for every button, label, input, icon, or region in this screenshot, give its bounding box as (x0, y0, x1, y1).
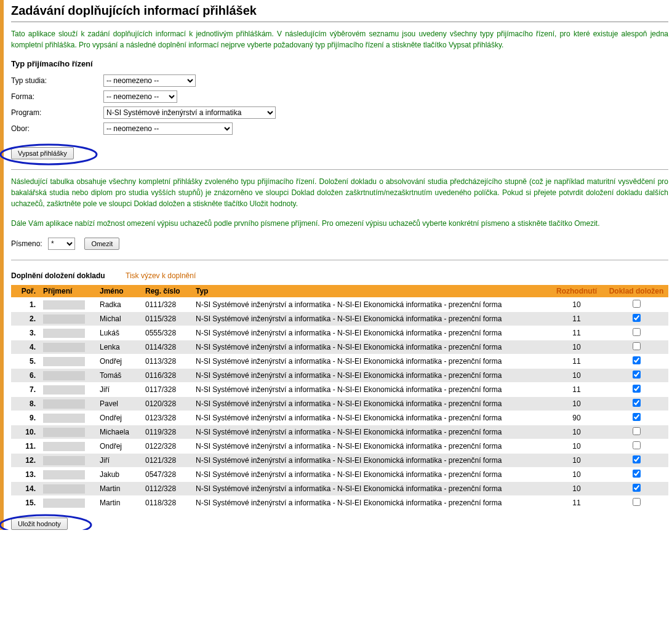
cell-rozhodnuti: 10 (549, 468, 604, 482)
doklad-checkbox[interactable] (633, 455, 641, 463)
doklad-checkbox[interactable] (633, 385, 641, 393)
col-typ: Typ (192, 285, 549, 298)
ulozit-hodnoty-button[interactable]: Uložit hodnoty (11, 518, 68, 530)
doklad-checkbox[interactable] (633, 371, 641, 379)
cell-typ: N-SI Systémové inženýrství a informatika… (192, 383, 549, 397)
filter-intro-text: Dále Vám aplikace nabízí možnost omezení… (11, 218, 668, 229)
vypsat-prihlasky-button[interactable]: Vypsat přihlášky (11, 147, 74, 159)
surname-redacted (43, 470, 85, 479)
tab-tisk-vyzev[interactable]: Tisk výzev k doplnění (126, 271, 196, 280)
cell-por: 5. (11, 355, 39, 369)
select-program[interactable]: N-SI Systémové inženýrství a informatika (103, 106, 276, 119)
cell-typ: N-SI Systémové inženýrství a informatika… (192, 312, 549, 326)
divider (11, 22, 668, 22)
table-row: 11.Ondřej0122/328N-SI Systémové inženýrs… (11, 439, 668, 454)
col-reg: Reg. číslo (142, 285, 192, 298)
cell-prijmeni (39, 496, 96, 510)
cell-typ: N-SI Systémové inženýrství a informatika… (192, 468, 549, 482)
col-prijmeni: Příjmení (39, 285, 96, 298)
cell-typ: N-SI Systémové inženýrství a informatika… (192, 454, 549, 468)
cell-por: 2. (11, 312, 39, 326)
doklad-checkbox[interactable] (633, 300, 641, 308)
cell-por: 6. (11, 369, 39, 383)
doklad-checkbox[interactable] (633, 441, 641, 449)
table-row: 6.Tomáš0116/328N-SI Systémové inženýrstv… (11, 369, 668, 383)
tab-doplneni[interactable]: Doplnění doložení dokladu (11, 271, 105, 280)
doklad-checkbox[interactable] (633, 413, 641, 421)
select-obor[interactable]: -- neomezeno -- (103, 122, 233, 135)
doklad-checkbox[interactable] (633, 356, 641, 364)
surname-redacted (43, 357, 85, 366)
intro-text: Tato aplikace slouží k zadání doplňující… (11, 28, 668, 50)
select-pismeno[interactable]: * (48, 238, 75, 250)
form-section-title: Typ přijímacího řízení (11, 59, 668, 68)
cell-por: 13. (11, 468, 39, 482)
cell-rozhodnuti: 10 (549, 454, 604, 468)
omezit-button[interactable]: Omezit (84, 238, 119, 250)
cell-doklad (604, 326, 668, 340)
select-forma[interactable]: -- neomezeno -- (103, 90, 177, 103)
cell-por: 12. (11, 454, 39, 468)
cell-jmeno: Ondřej (96, 355, 142, 369)
col-doklad[interactable]: Doklad doložen (604, 285, 668, 298)
cell-doklad (604, 454, 668, 468)
cell-por: 3. (11, 326, 39, 340)
cell-reg: 0116/328 (142, 369, 192, 383)
cell-jmeno: Tomáš (96, 369, 142, 383)
surname-redacted (43, 499, 85, 508)
doklad-checkbox[interactable] (633, 427, 641, 435)
cell-prijmeni (39, 326, 96, 340)
cell-typ: N-SI Systémové inženýrství a informatika… (192, 298, 549, 312)
col-rozhodnuti[interactable]: Rozhodnutí (549, 285, 604, 298)
surname-redacted (43, 442, 85, 451)
cell-jmeno: Jiří (96, 454, 142, 468)
cell-prijmeni (39, 312, 96, 326)
cell-doklad (604, 369, 668, 383)
cell-doklad (604, 340, 668, 355)
cell-reg: 0120/328 (142, 397, 192, 411)
cell-por: 10. (11, 425, 39, 439)
table-row: 8.Pavel0120/328N-SI Systémové inženýrstv… (11, 397, 668, 411)
surname-redacted (43, 428, 85, 437)
doklad-checkbox[interactable] (633, 342, 641, 350)
table-row: 15.Martin0118/328N-SI Systémové inženýrs… (11, 496, 668, 510)
cell-doklad (604, 397, 668, 411)
cell-reg: 0114/328 (142, 340, 192, 355)
cell-rozhodnuti: 10 (549, 340, 604, 355)
table-row: 5.Ondřej0113/328N-SI Systémové inženýrst… (11, 355, 668, 369)
surname-redacted (43, 329, 85, 338)
table-row: 10.Michaela0119/328N-SI Systémové inžený… (11, 425, 668, 439)
cell-rozhodnuti: 11 (549, 326, 604, 340)
applications-table: Poř. Příjmení Jméno Reg. číslo Typ Rozho… (11, 285, 668, 510)
cell-doklad (604, 298, 668, 312)
table-row: 4.Lenka0114/328N-SI Systémové inženýrstv… (11, 340, 668, 355)
doklad-checkbox[interactable] (633, 484, 641, 492)
doklad-checkbox[interactable] (633, 498, 641, 506)
doklad-checkbox[interactable] (633, 314, 641, 322)
surname-redacted (43, 399, 85, 409)
doklad-checkbox[interactable] (633, 328, 641, 336)
col-jmeno: Jméno (96, 285, 142, 298)
doklad-checkbox[interactable] (633, 399, 641, 407)
cell-jmeno: Ondřej (96, 411, 142, 425)
cell-prijmeni (39, 369, 96, 383)
divider (11, 169, 668, 170)
cell-por: 4. (11, 340, 39, 355)
cell-rozhodnuti: 10 (549, 425, 604, 439)
surname-redacted (43, 456, 85, 465)
cell-reg: 0547/328 (142, 468, 192, 482)
select-typ-studia[interactable]: -- neomezeno -- (103, 74, 196, 87)
table-intro-text: Následující tabulka obsahuje všechny kom… (11, 176, 668, 209)
cell-jmeno: Lukáš (96, 326, 142, 340)
cell-jmeno: Jiří (96, 383, 142, 397)
table-row: 14.Martin0112/328N-SI Systémové inženýrs… (11, 482, 668, 496)
cell-typ: N-SI Systémové inženýrství a informatika… (192, 425, 549, 439)
cell-reg: 0119/328 (142, 425, 192, 439)
cell-reg: 0123/328 (142, 411, 192, 425)
doklad-checkbox[interactable] (633, 470, 641, 478)
table-row: 9.Ondřej0123/328N-SI Systémové inženýrst… (11, 411, 668, 425)
cell-prijmeni (39, 383, 96, 397)
cell-prijmeni (39, 468, 96, 482)
cell-jmeno: Radka (96, 298, 142, 312)
table-row: 12.Jiří0121/328N-SI Systémové inženýrstv… (11, 454, 668, 468)
